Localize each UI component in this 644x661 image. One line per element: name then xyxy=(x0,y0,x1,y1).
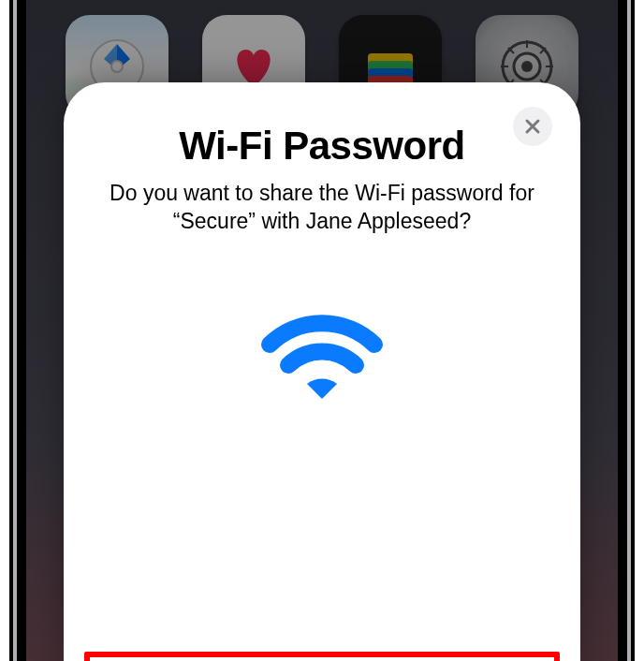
phone-screen: Maps Health xyxy=(26,0,618,661)
sheet-message: Do you want to share the Wi-Fi password … xyxy=(105,180,539,236)
sheet-title: Wi-Fi Password xyxy=(105,124,539,169)
close-button[interactable] xyxy=(513,107,552,146)
close-icon xyxy=(524,118,541,135)
wifi-share-sheet: Wi-Fi Password Do you want to share the … xyxy=(64,82,580,661)
phone-bezel: Maps Health xyxy=(17,0,627,661)
annotation-highlight xyxy=(84,652,560,661)
wifi-icon xyxy=(105,303,539,406)
